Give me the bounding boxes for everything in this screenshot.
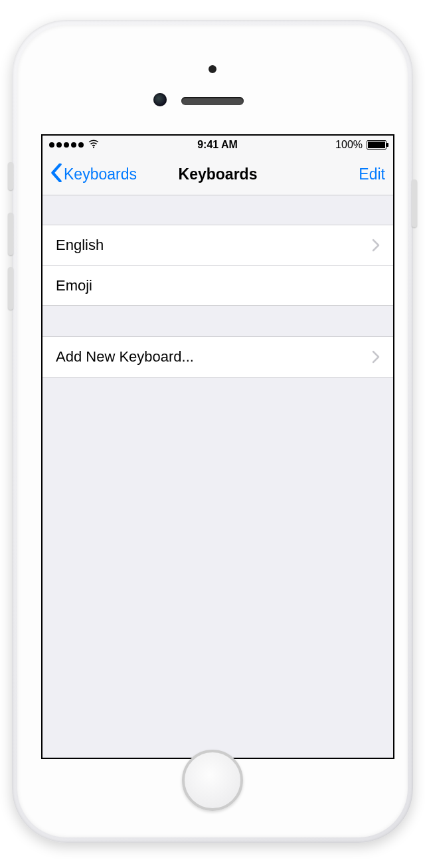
silence-switch <box>8 162 13 190</box>
home-button <box>182 750 243 811</box>
wifi-icon <box>88 138 100 152</box>
back-label: Keyboards <box>64 165 137 183</box>
status-time: 9:41 AM <box>197 139 238 151</box>
nav-bar: Keyboards Keyboards Edit <box>42 154 393 195</box>
status-right: 100% <box>335 139 386 151</box>
chevron-left-icon <box>50 163 62 186</box>
status-left <box>49 138 100 152</box>
front-camera <box>153 93 167 106</box>
keyboards-group: English Emoji <box>42 225 393 306</box>
keyboard-row-label: Emoji <box>56 277 92 294</box>
screen: 9:41 AM 100% Keyboards <box>41 134 394 759</box>
phone-frame: 9:41 AM 100% Keyboards <box>12 20 413 843</box>
earpiece-speaker <box>181 97 244 105</box>
add-keyboard-group: Add New Keyboard... <box>42 336 393 378</box>
chevron-right-icon <box>372 239 380 252</box>
group-spacer <box>42 195 393 225</box>
power-button <box>412 179 417 227</box>
group-spacer <box>42 306 393 336</box>
edit-button[interactable]: Edit <box>359 165 385 183</box>
page-title: Keyboards <box>179 165 258 183</box>
keyboard-row-label: English <box>56 237 104 254</box>
add-keyboard-label: Add New Keyboard... <box>56 348 194 366</box>
sensor-dot <box>209 65 216 73</box>
volume-up-button <box>8 213 13 255</box>
keyboard-row-emoji[interactable]: Emoji <box>42 265 393 305</box>
keyboard-row-english[interactable]: English <box>42 225 393 265</box>
add-new-keyboard-row[interactable]: Add New Keyboard... <box>42 337 393 377</box>
chevron-right-icon <box>372 350 380 364</box>
svg-point-0 <box>93 147 94 148</box>
battery-icon <box>367 140 386 150</box>
back-button[interactable]: Keyboards <box>50 163 137 186</box>
volume-down-button <box>8 267 13 310</box>
phone-bezel: 9:41 AM 100% Keyboards <box>17 25 408 837</box>
status-bar: 9:41 AM 100% <box>42 136 393 154</box>
battery-percent: 100% <box>335 139 363 151</box>
signal-strength-icon <box>49 142 84 148</box>
